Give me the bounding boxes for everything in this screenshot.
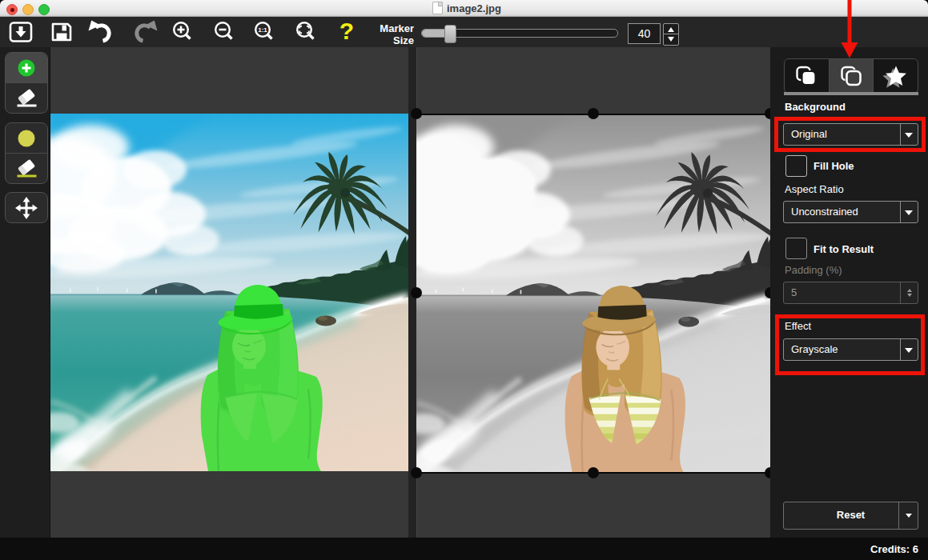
svg-text:1:1: 1:1 [258,26,267,34]
svg-text:?: ? [339,18,353,44]
